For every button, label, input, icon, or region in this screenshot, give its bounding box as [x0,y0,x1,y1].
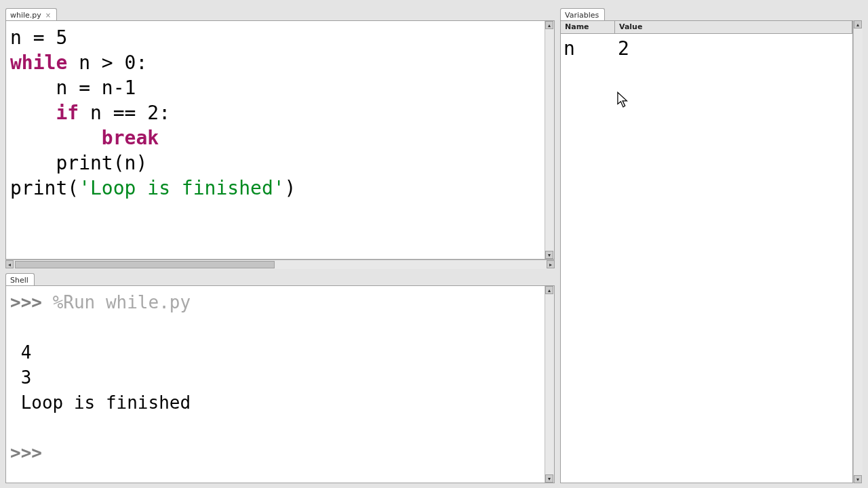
variables-header-value[interactable]: Value [615,21,852,33]
close-icon[interactable]: × [45,12,51,19]
scroll-up-icon[interactable]: ▴ [545,21,553,29]
scroll-track[interactable] [15,261,545,268]
variables-header: Name Value [560,20,853,34]
scroll-up-icon[interactable]: ▴ [854,20,862,28]
scroll-down-icon[interactable]: ▾ [854,475,862,483]
code-text[interactable]: n = 5 while n > 0: n = n-1 if n == 2: br… [6,21,554,201]
shell-panel: Shell >>> %Run while.py 4 3 Loop is fini… [5,273,555,483]
editor-panel: while.py × n = 5 while n > 0: n = n-1 if… [5,8,555,269]
shell-tab-label: Shell [10,276,28,285]
editor-horizontal-scrollbar[interactable]: ◂ ▸ [5,260,555,269]
shell-tab[interactable]: Shell [5,273,35,285]
variables-panel: Variables Name Value n2 ▴ ▾ [560,8,863,483]
variable-value: 2 [615,35,629,62]
editor-vertical-scrollbar[interactable]: ▴ ▾ [545,21,554,259]
variable-name: n [561,35,615,62]
variables-body[interactable]: n2 [560,34,853,483]
scroll-left-icon[interactable]: ◂ [5,260,14,268]
scroll-thumb[interactable] [15,261,275,268]
variables-tab-label: Variables [565,11,599,20]
scroll-down-icon[interactable]: ▾ [545,251,553,259]
scroll-right-icon[interactable]: ▸ [547,260,555,268]
editor-tab-label: while.py [10,11,41,20]
editor-tab[interactable]: while.py × [5,8,57,20]
scroll-up-icon[interactable]: ▴ [545,286,553,294]
variables-header-name[interactable]: Name [561,21,615,33]
scroll-down-icon[interactable]: ▾ [545,474,553,483]
variables-tab[interactable]: Variables [560,8,605,20]
variables-vertical-scrollbar[interactable]: ▴ ▾ [853,20,863,483]
shell-area[interactable]: >>> %Run while.py 4 3 Loop is finished >… [5,285,555,483]
shell-vertical-scrollbar[interactable]: ▴ ▾ [545,286,554,483]
shell-text[interactable]: >>> %Run while.py 4 3 Loop is finished >… [6,286,554,466]
editor-area[interactable]: n = 5 while n > 0: n = n-1 if n == 2: br… [5,20,555,260]
variable-row[interactable]: n2 [561,34,852,62]
